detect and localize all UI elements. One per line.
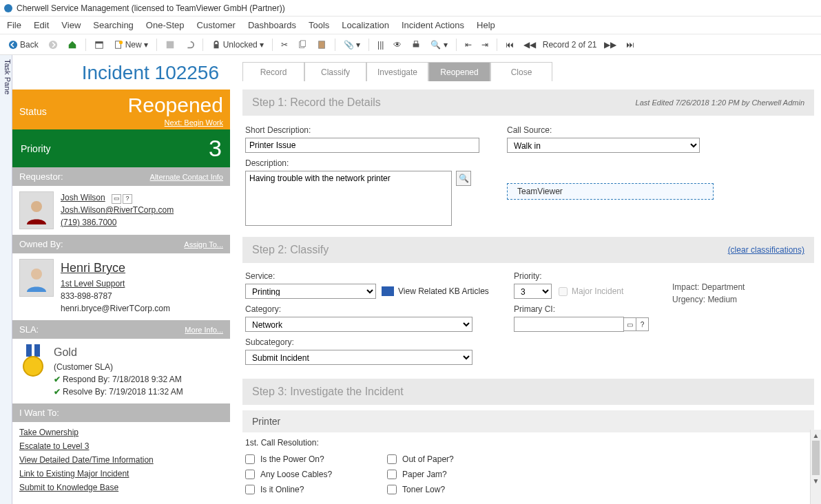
- menu-help[interactable]: Help: [477, 20, 495, 30]
- menu-file[interactable]: File: [7, 20, 21, 30]
- print-button[interactable]: [408, 39, 424, 51]
- primary-ci-input[interactable]: [514, 317, 624, 332]
- undo-button[interactable]: [182, 39, 197, 51]
- owner-role[interactable]: 1st Level Support: [61, 277, 170, 290]
- last-record-button[interactable]: ⏭: [623, 39, 637, 51]
- call-source-select[interactable]: Walk in: [507, 138, 700, 153]
- back-button[interactable]: Back: [6, 39, 41, 51]
- check-cables[interactable]: Any Loose Cables?: [245, 470, 332, 479]
- view-kb-link[interactable]: View Related KB Articles: [382, 286, 489, 296]
- iwant-view-datetime[interactable]: View Detailed Date/Time Information: [19, 455, 223, 465]
- indent-button[interactable]: ⇥: [479, 39, 491, 51]
- short-desc-input[interactable]: [245, 138, 479, 153]
- iwant-take-ownership[interactable]: Take Ownership: [19, 428, 223, 437]
- save-button[interactable]: [163, 39, 178, 51]
- owner-card: Henri Bryce 1st Level Support 833-898-87…: [12, 253, 230, 320]
- menu-view[interactable]: View: [61, 20, 81, 30]
- scroll-down-icon[interactable]: ▼: [811, 475, 821, 486]
- svg-rect-11: [413, 43, 419, 47]
- subcategory-label: Subcategory:: [245, 337, 493, 347]
- tab-classify[interactable]: Classify: [304, 62, 366, 81]
- iwant-submit-kb[interactable]: Submit to Knowledge Base: [19, 483, 223, 492]
- major-incident-checkbox[interactable]: Major Incident: [559, 286, 623, 296]
- iwant-list: Take Ownership Escalate to Level 3 View …: [12, 422, 230, 502]
- prev-record-button[interactable]: ◀◀: [521, 39, 539, 51]
- menu-dashboards[interactable]: Dashboards: [248, 20, 296, 30]
- requestor-card: Josh Wilson ▭? Josh.Wilson@RiverTCorp.co…: [12, 186, 230, 235]
- assign-to-link[interactable]: Assign To...: [184, 240, 223, 249]
- primary-ci-label: Primary CI:: [514, 304, 652, 314]
- clear-classifications-link[interactable]: (clear classifications): [728, 245, 804, 255]
- cut-button[interactable]: ✂: [278, 39, 291, 51]
- incident-header: Incident 102256: [12, 55, 230, 90]
- teamviewer-button[interactable]: TeamViewer: [507, 183, 714, 200]
- alternate-contact-link[interactable]: Alternate Contact Info: [150, 173, 223, 181]
- vertical-scrollbar[interactable]: ▲ ▼: [810, 430, 821, 504]
- requestor-email[interactable]: Josh.Wilson@RiverTCorp.com: [61, 204, 174, 216]
- check-icon: ✔: [54, 375, 61, 384]
- home-button[interactable]: [65, 39, 80, 51]
- zoom-icon[interactable]: 🔍: [456, 171, 471, 186]
- scroll-up-icon[interactable]: ▲: [811, 430, 821, 441]
- tab-record[interactable]: Record: [242, 62, 304, 81]
- requestor-name[interactable]: Josh Wilson: [61, 193, 105, 202]
- iwant-escalate[interactable]: Escalate to Level 3: [19, 441, 223, 451]
- category-select[interactable]: Network: [245, 317, 472, 332]
- copy-button[interactable]: [295, 39, 310, 51]
- card-icon[interactable]: ▭: [112, 194, 121, 204]
- ci-search-icon[interactable]: ?: [636, 317, 649, 331]
- next-step-link[interactable]: Next: Begin Work: [19, 118, 223, 127]
- scroll-thumb[interactable]: [812, 441, 820, 475]
- eye-button[interactable]: 👁: [391, 39, 404, 51]
- attach-button[interactable]: 📎 ▾: [341, 39, 363, 51]
- check-icon: ✔: [54, 387, 61, 397]
- paste-button[interactable]: [314, 39, 329, 51]
- book-icon: [382, 286, 394, 296]
- owner-name[interactable]: Henri Bryce: [61, 259, 170, 277]
- tab-close[interactable]: Close: [490, 62, 552, 81]
- owned-header: Owned By: Assign To...: [12, 235, 230, 253]
- step3-subheader: Printer: [242, 410, 814, 432]
- calendar-button[interactable]: [92, 39, 107, 51]
- service-select[interactable]: Printing: [245, 284, 376, 299]
- menu-incident-actions[interactable]: Incident Actions: [402, 20, 464, 30]
- requestor-phone[interactable]: (719) 386.7000: [61, 216, 174, 229]
- subcategory-select[interactable]: Submit Incident: [245, 350, 472, 365]
- task-pane-label: Task Pane: [3, 59, 12, 94]
- priority-label: Priority:: [514, 271, 652, 281]
- forward-button[interactable]: [45, 39, 61, 51]
- description-input[interactable]: Having trouble with the network printer: [245, 171, 452, 226]
- check-jam[interactable]: Paper Jam?: [387, 470, 454, 479]
- tab-reopened[interactable]: Reopened: [428, 62, 490, 81]
- sla-more-info-link[interactable]: More Info...: [185, 326, 223, 334]
- iwant-header: I Want To:: [12, 403, 230, 422]
- menu-searching[interactable]: Searching: [93, 20, 134, 30]
- menu-one-step[interactable]: One-Step: [146, 20, 185, 30]
- lock-button[interactable]: Unlocked ▾: [209, 39, 267, 51]
- first-record-button[interactable]: ⏮: [503, 39, 517, 51]
- next-record-button[interactable]: ▶▶: [601, 39, 619, 51]
- outdent-button[interactable]: ⇤: [462, 39, 475, 51]
- tab-investigate[interactable]: Investigate: [366, 62, 428, 81]
- menu-localization[interactable]: Localization: [342, 20, 389, 30]
- svg-rect-3: [95, 41, 103, 43]
- task-pane[interactable]: Task Pane: [0, 55, 12, 504]
- iwant-link-major[interactable]: Link to Existing Major Incident: [19, 469, 223, 479]
- barcode-button[interactable]: |||: [375, 39, 386, 51]
- check-power[interactable]: Is the Power On?: [245, 454, 332, 464]
- sla-card: Gold (Customer SLA) ✔Respond By: 7/18/20…: [12, 339, 230, 403]
- check-toner[interactable]: Toner Low?: [387, 485, 454, 494]
- menu-edit[interactable]: Edit: [34, 20, 49, 30]
- priority-select[interactable]: 3: [514, 284, 552, 299]
- svg-rect-9: [300, 40, 305, 46]
- info-icon[interactable]: ?: [123, 194, 132, 204]
- svg-point-13: [31, 201, 42, 212]
- status-block: Status Reopened Next: Begin Work: [12, 90, 230, 129]
- search-button[interactable]: 🔍 ▾: [428, 39, 450, 51]
- menu-tools[interactable]: Tools: [309, 20, 329, 30]
- check-paper[interactable]: Out of Paper?: [387, 454, 454, 464]
- check-online[interactable]: Is it Online?: [245, 485, 332, 494]
- ci-lookup-icon[interactable]: ▭: [624, 317, 636, 331]
- new-button[interactable]: New ▾: [111, 39, 151, 51]
- menu-customer[interactable]: Customer: [197, 20, 236, 30]
